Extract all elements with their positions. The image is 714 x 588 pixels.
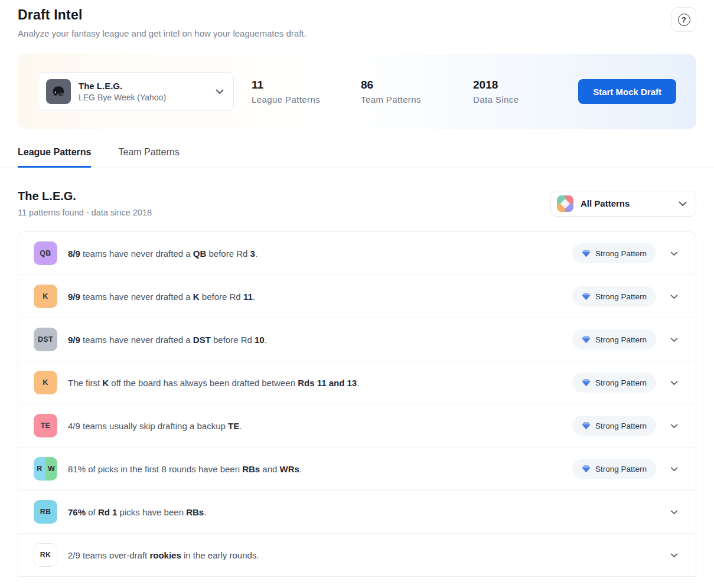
gem-icon: [582, 379, 591, 387]
chevron-down-icon[interactable]: [670, 420, 678, 431]
stat-label: League Patterns: [252, 94, 343, 104]
chevron-down-icon[interactable]: [670, 334, 678, 345]
position-badge: R: [34, 457, 45, 481]
tab-team-patterns[interactable]: Team Patterns: [118, 147, 179, 168]
gem-icon: [582, 250, 591, 257]
page-title: Draft Intel: [18, 7, 307, 23]
stat-value: 86: [361, 79, 455, 92]
gem-icon: [582, 465, 591, 473]
filter-label: All Patterns: [581, 198, 630, 208]
row-right: Strong Pattern: [572, 416, 678, 436]
pattern-text: 9/9 teams have never drafted a K before …: [68, 292, 255, 302]
pattern-text: 81% of picks in the first 8 rounds have …: [68, 464, 302, 474]
pattern-filter-dropdown[interactable]: All Patterns: [550, 191, 696, 217]
question-circle-icon: ?: [678, 14, 690, 26]
pattern-row[interactable]: RK 2/9 teams over-draft rookies in the e…: [18, 534, 696, 577]
stat-data-since: 2018 Data Since: [473, 79, 565, 104]
row-right: Strong Pattern: [572, 373, 678, 393]
strength-badge: Strong Pattern: [572, 329, 656, 349]
strength-badge: Strong Pattern: [572, 373, 656, 393]
position-badges: DST: [34, 328, 57, 351]
gem-icon: [582, 422, 591, 430]
strength-label: Strong Pattern: [595, 249, 647, 258]
league-selector[interactable]: The L.E.G. LEG Bye Week (Yahoo): [38, 72, 234, 111]
pattern-text: 9/9 teams have never drafted a DST befor…: [68, 335, 267, 345]
position-badge: W: [45, 457, 57, 481]
pattern-text: 76% of Rd 1 picks have been RBs.: [68, 507, 206, 517]
strength-label: Strong Pattern: [595, 335, 647, 344]
position-badges: K: [34, 371, 57, 394]
tab-bar: League Patterns Team Patterns: [0, 147, 714, 168]
position-badges: RK: [34, 543, 57, 567]
position-badges: TE: [34, 414, 57, 437]
help-button[interactable]: ?: [671, 7, 696, 32]
chevron-down-icon[interactable]: [670, 377, 678, 388]
strength-label: Strong Pattern: [595, 292, 647, 301]
section-subtitle: 11 patterns found - data since 2018: [18, 208, 152, 217]
position-badges: QB: [34, 241, 57, 265]
row-right: [670, 550, 678, 560]
chevron-down-icon[interactable]: [670, 550, 678, 560]
position-badges: K: [34, 285, 57, 308]
stat-label: Team Patterns: [361, 94, 455, 104]
football-helmet-icon: [46, 79, 71, 104]
position-badge: RB: [34, 500, 57, 524]
stat-value: 2018: [473, 79, 565, 92]
position-badge: K: [34, 285, 57, 308]
pattern-text: 8/9 teams have never drafted a QB before…: [68, 249, 257, 259]
chevron-down-icon: [679, 198, 687, 209]
gem-icon: [582, 336, 591, 344]
pattern-row[interactable]: K The first K off the board has always b…: [18, 361, 696, 404]
pattern-row[interactable]: RB 76% of Rd 1 picks have been RBs.: [18, 491, 696, 534]
pattern-row[interactable]: DST 9/9 teams have never drafted a DST b…: [18, 318, 696, 361]
strength-label: Strong Pattern: [595, 465, 647, 473]
page-header: Draft Intel Analyze your fantasy league …: [0, 0, 714, 38]
position-badge: K: [34, 371, 57, 394]
position-badge: TE: [34, 414, 57, 437]
league-name: The L.E.G.: [79, 81, 166, 91]
position-badges: RW: [34, 457, 57, 481]
position-badge: DST: [34, 328, 57, 351]
strength-badge: Strong Pattern: [572, 243, 656, 263]
strength-label: Strong Pattern: [595, 378, 647, 387]
position-badges: RB: [34, 500, 57, 524]
pattern-text: 4/9 teams usually skip drafting a backup…: [68, 421, 242, 431]
strength-badge: Strong Pattern: [572, 416, 656, 436]
position-badge: RK: [34, 543, 57, 567]
section-title: The L.E.G.: [18, 190, 152, 203]
stat-value: 11: [252, 79, 343, 92]
chevron-down-icon[interactable]: [670, 507, 678, 517]
position-badge: QB: [34, 241, 57, 265]
pattern-row[interactable]: QB 8/9 teams have never drafted a QB bef…: [18, 232, 696, 275]
row-right: Strong Pattern: [572, 243, 678, 263]
strength-label: Strong Pattern: [595, 422, 647, 430]
chevron-down-icon[interactable]: [670, 248, 678, 259]
strength-badge: Strong Pattern: [572, 286, 656, 306]
pattern-text: The first K off the board has always bee…: [68, 378, 359, 388]
all-patterns-icon: [557, 195, 573, 212]
pattern-row[interactable]: K 9/9 teams have never drafted a K befor…: [18, 275, 696, 318]
league-detail: LEG Bye Week (Yahoo): [79, 93, 166, 102]
row-right: Strong Pattern: [572, 329, 678, 349]
strength-badge: Strong Pattern: [572, 459, 656, 479]
chevron-down-icon[interactable]: [670, 463, 678, 474]
start-mock-draft-button[interactable]: Start Mock Draft: [578, 79, 676, 104]
chevron-down-icon[interactable]: [670, 291, 678, 302]
row-right: [670, 507, 678, 517]
pattern-text: 2/9 teams over-draft rookies in the earl…: [68, 550, 259, 560]
page-subtitle: Analyze your fantasy league and get inte…: [18, 28, 307, 38]
row-right: Strong Pattern: [572, 459, 678, 479]
stat-league-patterns: 11 League Patterns: [252, 79, 343, 104]
gem-icon: [582, 293, 591, 300]
pattern-row[interactable]: RW 81% of picks in the first 8 rounds ha…: [18, 447, 696, 491]
league-summary-banner: The L.E.G. LEG Bye Week (Yahoo) 11 Leagu…: [18, 54, 696, 129]
chevron-down-icon: [216, 86, 224, 97]
pattern-row[interactable]: TE 4/9 teams usually skip drafting a bac…: [18, 404, 696, 447]
stat-team-patterns: 86 Team Patterns: [361, 79, 455, 104]
tab-league-patterns[interactable]: League Patterns: [18, 147, 91, 168]
section-header: The L.E.G. 11 patterns found - data sinc…: [18, 190, 696, 217]
league-texts: The L.E.G. LEG Bye Week (Yahoo): [79, 81, 166, 102]
section-text: The L.E.G. 11 patterns found - data sinc…: [18, 190, 152, 217]
patterns-list: QB 8/9 teams have never drafted a QB bef…: [18, 231, 696, 577]
row-right: Strong Pattern: [572, 286, 678, 306]
